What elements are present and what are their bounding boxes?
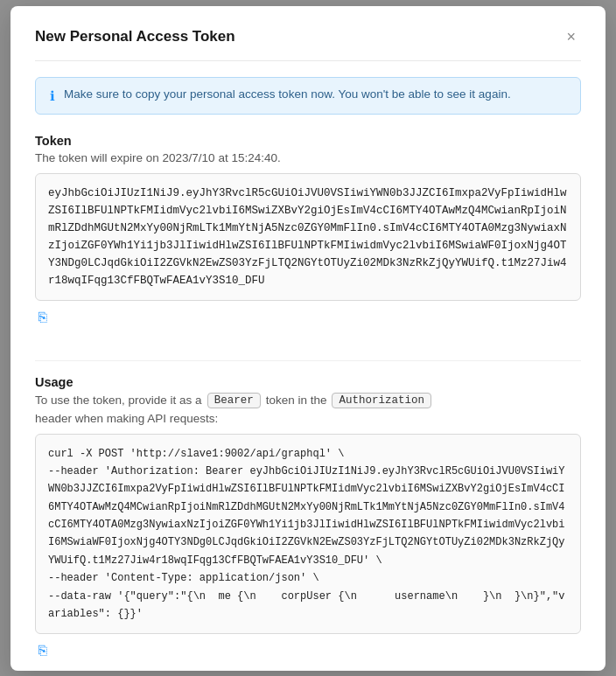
usage-desc-part2: token in the xyxy=(266,394,327,407)
usage-section-description: To use the token, provide it as a Bearer… xyxy=(35,393,581,425)
usage-copy-icon: ⎘ xyxy=(38,643,47,658)
modal-close-button[interactable]: × xyxy=(561,27,581,46)
info-banner: ℹ Make sure to copy your personal access… xyxy=(35,77,581,115)
token-value-box[interactable]: eyJhbGciOiJIUzI1NiJ9.eyJhY3RvclR5cGUiOiJ… xyxy=(35,173,581,301)
authorization-badge: Authorization xyxy=(332,393,431,408)
token-copy-button[interactable]: ⎘ xyxy=(35,308,51,327)
modal-overlay: New Personal Access Token × ℹ Make sure … xyxy=(0,0,616,676)
usage-section: Usage To use the token, provide it as a … xyxy=(35,375,581,671)
separator-1 xyxy=(35,360,581,361)
modal-title: New Personal Access Token xyxy=(35,28,235,45)
usage-copy-button[interactable]: ⎘ xyxy=(35,641,51,660)
token-section-description: The token will expire on 2023/7/10 at 15… xyxy=(35,151,581,164)
usage-section-label: Usage xyxy=(35,375,581,389)
modal: New Personal Access Token × ℹ Make sure … xyxy=(10,6,606,671)
info-banner-text: Make sure to copy your personal access t… xyxy=(64,87,511,101)
info-icon: ℹ xyxy=(50,88,55,104)
token-section: Token The token will expire on 2023/7/10… xyxy=(35,134,581,343)
token-section-label: Token xyxy=(35,134,581,148)
usage-desc-part1: To use the token, provide it as a xyxy=(35,394,202,407)
modal-header: New Personal Access Token × xyxy=(35,27,581,61)
bearer-badge: Bearer xyxy=(207,393,261,408)
token-copy-icon: ⎘ xyxy=(38,310,47,324)
usage-code-box[interactable]: curl -X POST 'http://slave1:9002/api/gra… xyxy=(35,434,581,635)
usage-desc-part3: header when making API requests: xyxy=(35,412,218,425)
